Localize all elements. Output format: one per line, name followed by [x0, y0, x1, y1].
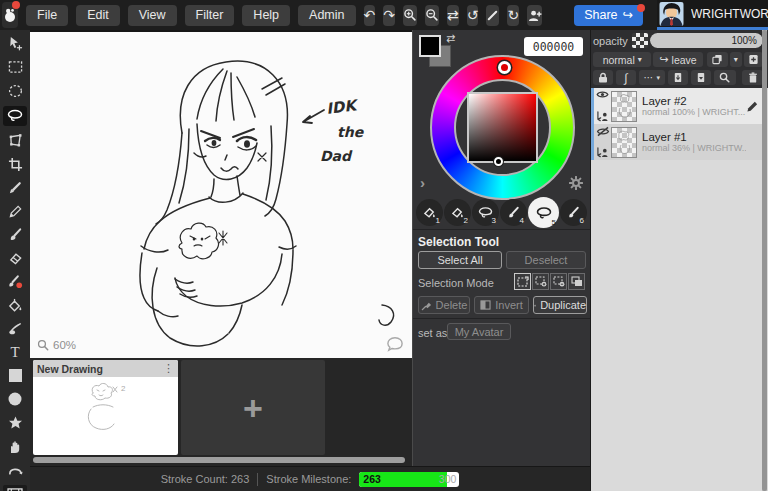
preset-number: 3	[492, 216, 496, 225]
invert-selection-button[interactable]: Invert	[474, 296, 529, 314]
line-tool-button[interactable]	[486, 5, 499, 26]
my-avatar-button[interactable]: My Avatar	[447, 323, 511, 340]
delete-selection-button[interactable]: Delete	[418, 296, 470, 314]
tool-timeline[interactable]	[3, 485, 27, 491]
tool-fill[interactable]	[3, 297, 27, 314]
layer-row-2[interactable]: Layer #2 normal 100% | WRIGHT...	[591, 88, 764, 124]
eye-icon[interactable]	[596, 90, 609, 99]
tool-crop[interactable]	[3, 156, 27, 173]
layers-scrollbar[interactable]	[762, 30, 767, 491]
tool-eraser[interactable]	[3, 250, 27, 267]
tool-rect-select[interactable]	[3, 59, 27, 76]
eye-off-icon[interactable]	[596, 126, 610, 137]
svg-text:2: 2	[121, 384, 126, 393]
pen-icon	[8, 180, 23, 195]
add-layer-button[interactable]	[744, 52, 763, 67]
tool-smudge[interactable]	[3, 320, 27, 337]
tool-text[interactable]: T	[3, 344, 27, 361]
panel-divider	[413, 229, 591, 230]
layers-scrollbar-thumb[interactable]	[762, 30, 767, 491]
sv-cursor[interactable]	[494, 157, 503, 166]
menu-file[interactable]: File	[26, 5, 68, 26]
preset-2[interactable]: 2	[444, 199, 471, 226]
select-all-button[interactable]: Select All	[418, 251, 502, 269]
gear-icon[interactable]	[569, 176, 583, 190]
menu-edit[interactable]: Edit	[76, 5, 120, 26]
new-drawing-button[interactable]: +	[181, 360, 325, 455]
tool-ellipse-select[interactable]	[3, 82, 27, 99]
tool-lasso[interactable]	[3, 106, 27, 126]
tool-rect-shape[interactable]	[3, 367, 27, 384]
menu-help[interactable]: Help	[242, 5, 290, 26]
more-options-button[interactable]: ⋯ ▾	[639, 70, 665, 85]
zoom-in-button[interactable]	[403, 5, 417, 26]
tool-color-brush[interactable]	[3, 273, 27, 290]
preset-1[interactable]: 1	[416, 199, 443, 226]
duplicate-label: Duplicate	[540, 299, 586, 311]
delete-layer-button[interactable]	[742, 70, 763, 85]
swap-view-button[interactable]: ⇄	[447, 5, 459, 26]
tool-rotate-canvas[interactable]	[3, 461, 27, 478]
preset-6[interactable]: 6	[560, 199, 587, 226]
tool-star-shape[interactable]	[3, 414, 27, 431]
preset-3[interactable]: 3	[472, 199, 499, 226]
canvas[interactable]: IDK the Dad 60%	[30, 30, 412, 358]
preset-5[interactable]: 5	[528, 197, 559, 228]
tool-ellipse-shape[interactable]	[3, 391, 27, 408]
drawing-card[interactable]: New Drawing ⋮ 2	[33, 360, 178, 455]
strip-scrollbar[interactable]	[33, 457, 405, 463]
canvas-zoom-indicator[interactable]: 60%	[37, 339, 76, 351]
blend-mode-dropdown[interactable]: normal ▾	[593, 52, 651, 67]
duplicate-layer-button[interactable]	[707, 52, 728, 67]
user-chip[interactable]: WRIGHTWORT...	[657, 0, 768, 30]
merge-down-button[interactable]	[668, 70, 688, 85]
selection-mode-intersect[interactable]	[568, 273, 585, 290]
leave-layer-button[interactable]: ↪ leave	[653, 52, 702, 67]
lock-layer-button[interactable]	[593, 70, 613, 85]
deselect-button[interactable]: Deselect	[506, 251, 586, 269]
share-button[interactable]: Share ↪	[574, 5, 643, 26]
search-icon	[719, 72, 730, 83]
menu-filter[interactable]: Filter	[185, 5, 235, 26]
selection-mode-subtract[interactable]	[550, 273, 567, 290]
checker-icon[interactable]	[632, 33, 648, 48]
rotate-cw-button[interactable]: ↻	[507, 5, 519, 26]
layer-options-dropdown[interactable]: ▾	[730, 52, 742, 67]
redo-button[interactable]: ↷	[383, 5, 395, 26]
saturation-value-square[interactable]	[467, 92, 538, 163]
opacity-slider[interactable]: 100%	[650, 33, 763, 48]
selection-mode-new[interactable]	[514, 273, 531, 290]
selection-mode-label: Selection Mode	[418, 277, 494, 289]
chat-bubble-icon[interactable]	[386, 336, 404, 352]
preset-4[interactable]: 4	[500, 199, 527, 226]
hex-color-input[interactable]	[524, 37, 583, 56]
tool-transform[interactable]	[3, 132, 27, 149]
tool-move[interactable]	[3, 35, 27, 52]
tool-pen[interactable]	[3, 179, 27, 196]
duplicate-selection-button[interactable]: Duplicate	[533, 296, 587, 314]
layer-row-1[interactable]: Layer #1 normal 36% | WRIGHTW...	[591, 124, 764, 160]
chevron-down-icon: ▾	[734, 56, 738, 64]
follow-layer-icon[interactable]	[596, 147, 609, 158]
undo-button[interactable]: ↶	[364, 5, 376, 26]
flatten-button[interactable]	[691, 70, 711, 85]
menu-view[interactable]: View	[128, 5, 177, 26]
collapse-panel-chevron[interactable]: ›	[420, 174, 425, 191]
card-menu-icon[interactable]: ⋮	[163, 363, 174, 374]
invite-user-button[interactable]	[527, 5, 542, 26]
rotate-ccw-button[interactable]: ↺	[467, 5, 479, 26]
follow-layer-icon[interactable]	[596, 111, 609, 122]
hue-marker[interactable]	[498, 61, 511, 74]
search-layers-button[interactable]	[714, 70, 737, 85]
ellipse-shape-icon	[8, 392, 22, 406]
selection-mode-add[interactable]	[532, 273, 549, 290]
curve-button[interactable]: ∫	[616, 70, 636, 85]
tool-hand[interactable]	[3, 438, 27, 455]
app-logo[interactable]	[2, 2, 18, 28]
zoom-out-button[interactable]	[425, 5, 439, 26]
foreground-color-swatch[interactable]	[419, 35, 441, 57]
swap-colors-icon[interactable]: ⇄	[446, 33, 455, 44]
tool-brush[interactable]	[3, 226, 27, 243]
menu-admin[interactable]: Admin	[298, 5, 355, 26]
tool-pencil[interactable]	[3, 203, 27, 220]
